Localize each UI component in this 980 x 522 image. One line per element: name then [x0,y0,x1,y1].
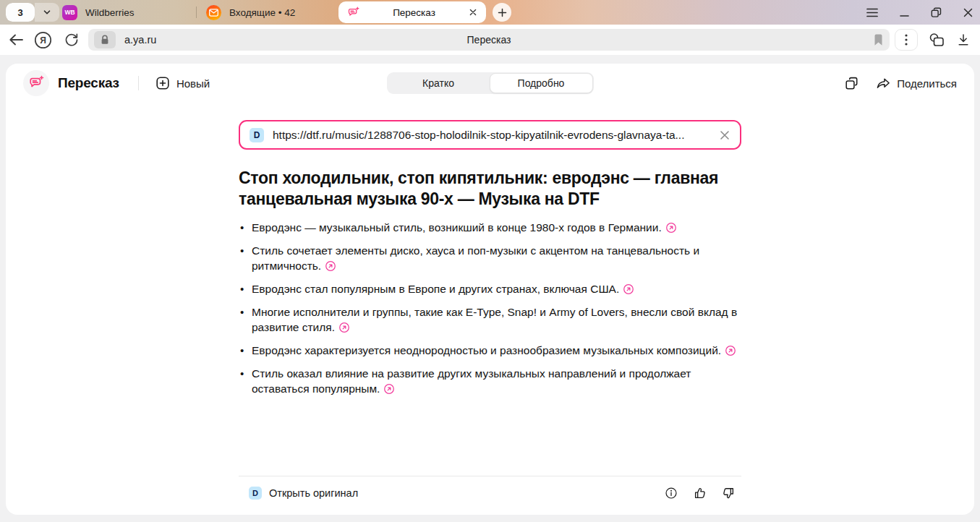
list-item: Многие исполнители и группы, такие как E… [239,304,741,335]
yandex-home-icon[interactable]: Я [34,31,52,49]
refresh-icon[interactable] [64,32,80,48]
summary-point-text: Многие исполнители и группы, такие как E… [252,306,737,333]
summary-point-text: Стиль сочетает элементы диско, хауса и п… [252,244,699,272]
dtf-favicon: D [250,128,264,142]
pereskaz-logo-icon [23,70,49,96]
copy-icon[interactable] [845,77,858,90]
tab-brief[interactable]: Кратко [388,73,490,93]
open-original-label: Открыть оригинал [269,487,358,499]
open-source-link-icon[interactable] [665,222,677,234]
header-divider [138,76,139,90]
summary-point-text: Евродэнс стал популярным в Европе и друг… [252,283,619,295]
list-item: Стиль оказал влияние на развитие других … [239,366,741,396]
source-url-field[interactable]: D https://dtf.ru/music/1288706-stop-holo… [239,120,741,150]
tab-count-badge[interactable]: 3 [6,3,35,22]
yandex-mail-icon [206,5,221,20]
app-header: Пересказ Новый Кратко Подробно Поделитьс… [6,64,974,103]
summary-list: Евродэнс — музыкальный стиль, возникший … [239,220,741,404]
list-item: Евродэнс стал популярным в Европе и друг… [239,281,741,296]
tab-label: Пересказ [359,7,469,18]
url-domain[interactable]: a.ya.ru [124,34,156,46]
tab-label: Wildberries [85,7,135,18]
download-icon[interactable] [956,33,971,47]
summary-point-text: Евродэнс — музыкальный стиль, возникший … [252,221,662,234]
new-tab-button[interactable] [493,3,511,22]
summary-point-text: Евродэнс характеризуется неоднородностью… [252,344,721,356]
share-button[interactable]: Поделиться [876,77,957,90]
wildberries-icon: WB [62,5,77,20]
thumbs-down-icon[interactable] [722,487,736,500]
tab-separator [196,7,197,18]
restore-window-button[interactable] [931,7,942,18]
page-title: Пересказ [58,75,119,91]
open-source-link-icon[interactable] [325,260,336,272]
share-icon [876,77,890,90]
minimize-window-button[interactable] [900,8,909,17]
dtf-favicon: D [249,487,262,500]
address-bar-menu-icon[interactable] [895,29,918,51]
tab-detailed[interactable]: Подробно [490,73,593,93]
share-button-label: Поделиться [897,77,957,90]
chevron-down-icon[interactable] [35,3,59,22]
info-icon[interactable] [665,487,678,500]
thumbs-up-icon[interactable] [693,487,707,500]
browser-menu-icon[interactable] [866,8,878,17]
pereskaz-favicon-icon [347,7,359,19]
open-original-link[interactable]: D Открыть оригинал [249,487,358,500]
tab-label: Входящие • 42 [229,7,295,18]
plus-square-icon [156,77,169,90]
tab-mail-inbox[interactable]: Входящие • 42 [206,0,295,25]
summary-footer: D Открыть оригинал [239,476,741,510]
address-bar-page-title: Пересказ [88,34,890,46]
bookmark-icon[interactable] [873,34,884,46]
new-button-label: Новый [176,77,210,90]
list-item: Евродэнс характеризуется неоднородностью… [239,343,741,358]
pereskaz-app-card: Пересказ Новый Кратко Подробно Поделитьс… [6,64,974,515]
summary-content: D https://dtf.ru/music/1288706-stop-holo… [239,103,741,515]
open-source-link-icon[interactable] [383,383,395,395]
source-url-text[interactable]: https://dtf.ru/music/1288706-stop-holodi… [273,129,710,142]
article-title: Стоп холодильник, стоп кипятильник: евро… [239,168,741,210]
clear-url-icon[interactable] [719,129,730,141]
tab-counter[interactable]: 3 [6,3,59,22]
new-summary-button[interactable]: Новый [156,77,210,90]
svg-text:Я: Я [40,35,46,46]
open-source-link-icon[interactable] [623,283,634,295]
back-icon[interactable] [9,33,24,46]
list-item: Стиль сочетает элементы диско, хауса и п… [239,243,741,273]
summary-mode-switcher: Кратко Подробно [387,72,594,94]
open-source-link-icon[interactable] [338,322,350,333]
list-item: Евродэнс — музыкальный стиль, возникший … [239,220,741,235]
open-source-link-icon[interactable] [725,345,736,356]
close-window-button[interactable] [963,8,973,17]
tab-wildberries[interactable]: WB Wildberries [62,0,135,25]
browser-toolbar: Я a.ya.ru Пересказ [0,25,980,55]
collections-icon[interactable] [929,33,945,48]
tab-pereskaz-active[interactable]: Пересказ [338,1,486,23]
close-tab-icon[interactable] [469,8,477,17]
browser-tab-bar: 3 WB Wildberries Входящие • 42 Пересказ [0,0,980,25]
lock-icon[interactable] [94,31,116,48]
summary-point-text: Стиль оказал влияние на развитие других … [252,367,691,395]
address-bar[interactable]: a.ya.ru Пересказ [88,29,890,51]
